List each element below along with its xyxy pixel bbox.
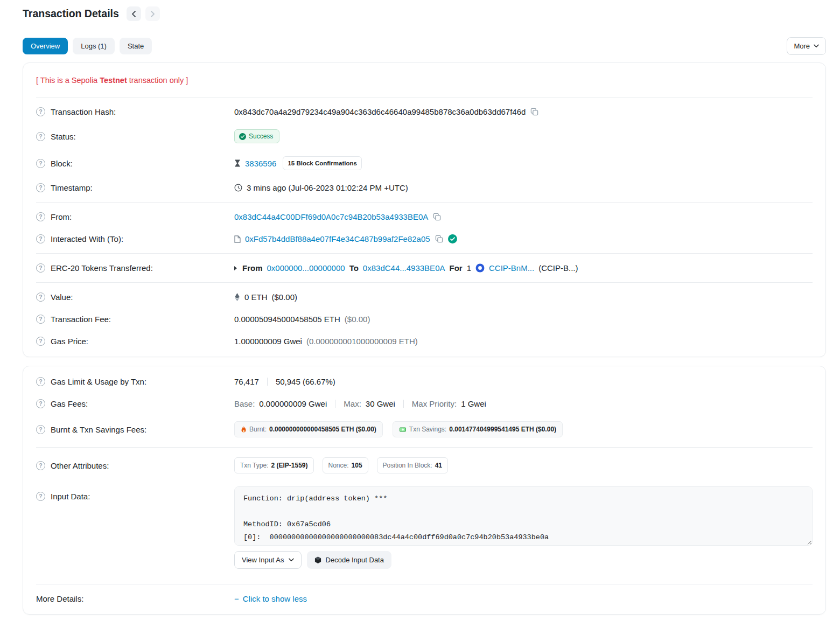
row-value: ? Value: 0 ETH ($0.00) — [36, 286, 813, 308]
other-attributes-label: ? Other Attributes: — [36, 461, 234, 470]
label-text: Other Attributes: — [51, 461, 109, 470]
row-transaction-fee: ? Transaction Fee: 0.000050945000458505 … — [36, 308, 813, 330]
cube-icon — [314, 556, 321, 564]
show-less-link[interactable]: − Click to show less — [234, 594, 307, 603]
page-header: Transaction Details — [23, 6, 826, 21]
input-data-textarea[interactable]: Function: drip(address token) *** Method… — [234, 486, 813, 546]
divider — [36, 97, 813, 97]
block-number-link[interactable]: 3836596 — [245, 159, 276, 168]
label-text: Gas Fees: — [51, 399, 88, 408]
row-status: ? Status: Success — [36, 123, 813, 150]
tabs-row: Overview Logs (1) State More — [23, 37, 826, 55]
caret-right-icon[interactable] — [234, 266, 237, 270]
txn-type-badge: Txn Type: 2 (EIP-1559) — [234, 457, 314, 473]
erc20-to-address-link[interactable]: 0x83dC44...4933BE0A — [363, 263, 445, 273]
row-block: ? Block: 3836596 15 Block Confirmations — [36, 150, 813, 177]
burnt-badge-label: Burnt: — [249, 426, 267, 433]
copy-icon[interactable] — [530, 107, 539, 116]
help-icon: ? — [36, 377, 45, 386]
row-timestamp: ? Timestamp: 3 mins ago (Jul-06-2023 01:… — [36, 177, 813, 199]
fee-eth: 0.000050945000458505 ETH — [234, 315, 340, 324]
label-text: Status: — [51, 132, 76, 141]
nonce-label: Nonce: — [328, 462, 349, 469]
help-icon: ? — [36, 132, 45, 141]
transaction-hash-label: ? Transaction Hash: — [36, 107, 234, 116]
hourglass-icon — [234, 159, 241, 167]
view-input-as-label: View Input As — [242, 556, 284, 564]
help-icon: ? — [36, 107, 45, 116]
next-transaction-button[interactable] — [145, 6, 160, 21]
previous-transaction-button[interactable] — [127, 6, 141, 21]
eth-logo-icon — [234, 293, 240, 301]
gas-price-label: ? Gas Price: — [36, 337, 234, 346]
view-input-as-button[interactable]: View Input As — [234, 551, 302, 569]
row-input-data: ? Input Data: Function: drip(address tok… — [36, 480, 813, 575]
erc20-token-symbol: (CCIP-B...) — [538, 263, 578, 273]
flame-icon — [241, 426, 247, 433]
txn-savings-badge-value: 0.001477404999541495 ETH ($0.00) — [449, 426, 556, 433]
max-priority-label: Max Priority: — [412, 399, 457, 408]
help-icon: ? — [36, 234, 45, 243]
max-priority-value: 1 Gwei — [461, 399, 486, 408]
row-interacted-with: ? Interacted With (To): 0xFd57b4ddBf88a4… — [36, 228, 813, 250]
label-text: Burnt & Txn Savings Fees: — [51, 425, 146, 434]
copy-glyph-icon — [530, 108, 538, 116]
transaction-details-page: Transaction Details Overview Logs (1) St… — [0, 0, 840, 634]
timestamp-label: ? Timestamp: — [36, 183, 234, 192]
banner-suffix: transaction only ] — [127, 76, 188, 85]
separator — [403, 400, 404, 408]
tab-overview[interactable]: Overview — [23, 38, 68, 55]
help-icon: ? — [36, 159, 45, 168]
divider — [36, 202, 813, 203]
help-icon: ? — [36, 292, 45, 302]
max-fee-value: 30 Gwei — [366, 399, 395, 408]
help-icon: ? — [36, 492, 45, 501]
block-label: ? Block: — [36, 159, 234, 168]
row-gas-limit: ? Gas Limit & Usage by Txn: 76,417 50,94… — [36, 371, 813, 393]
copy-icon[interactable] — [435, 234, 444, 243]
transaction-fee-label: ? Transaction Fee: — [36, 315, 234, 324]
money-icon — [399, 427, 407, 433]
erc20-from-address-link[interactable]: 0x000000...00000000 — [267, 263, 345, 273]
label-text: ERC-20 Tokens Transferred: — [51, 263, 153, 273]
erc20-transfer-item: From 0x000000...00000000 To 0x83dC44...4… — [234, 263, 813, 273]
chevron-left-icon — [131, 11, 136, 17]
burnt-savings-label: ? Burnt & Txn Savings Fees: — [36, 425, 234, 434]
tab-logs[interactable]: Logs (1) — [73, 38, 115, 55]
decode-input-data-button[interactable]: Decode Input Data — [307, 551, 391, 569]
gas-limit-value: 76,417 — [234, 377, 259, 386]
from-address-link[interactable]: 0x83dC44a4C00DFf69d0A0c7c94B20b53a4933BE… — [234, 212, 428, 221]
copy-glyph-icon — [433, 213, 441, 221]
status-text: Success — [249, 133, 273, 140]
row-gas-fees: ? Gas Fees: Base: 0.000000009 Gwei Max: … — [36, 393, 813, 415]
copy-glyph-icon — [435, 235, 443, 243]
to-address-link[interactable]: 0xFd57b4ddBf88a4e07fF4e34C487b99af2Fe82a… — [245, 234, 430, 243]
label-text: Transaction Hash: — [51, 107, 116, 116]
more-details-label: More Details: — [36, 594, 234, 603]
burnt-badge: Burnt: 0.000000000000458505 ETH ($0.00) — [234, 421, 383, 437]
gas-price-eth: (0.000000001000000009 ETH) — [306, 337, 418, 346]
token-logo-icon — [475, 263, 485, 273]
status-badge: Success — [234, 129, 279, 143]
gas-price-gwei: 1.000000009 Gwei — [234, 337, 302, 346]
row-more-details: More Details: − Click to show less — [36, 588, 813, 610]
row-from: ? From: 0x83dC44a4C00DFf69d0A0c7c94B20b5… — [36, 206, 813, 228]
label-text: Block: — [51, 159, 73, 168]
nonce-value: 105 — [352, 462, 362, 469]
copy-icon[interactable] — [432, 212, 442, 221]
testnet-banner: [ This is a Sepolia Testnet transaction … — [36, 67, 813, 94]
more-button[interactable]: More — [787, 37, 826, 55]
help-icon: ? — [36, 212, 45, 221]
erc20-for-word: For — [449, 263, 462, 273]
label-text: Transaction Fee: — [51, 315, 111, 324]
base-fee-value: 0.000000009 Gwei — [259, 399, 327, 408]
gas-used-value: 50,945 (66.67%) — [276, 377, 335, 386]
help-icon: ? — [36, 315, 45, 324]
label-text: Value: — [51, 292, 73, 302]
divider — [36, 584, 813, 584]
more-button-label: More — [794, 42, 810, 50]
fee-usd: ($0.00) — [345, 315, 370, 324]
row-burnt-savings: ? Burnt & Txn Savings Fees: Burnt: 0.000… — [36, 415, 813, 444]
tab-state[interactable]: State — [120, 38, 152, 55]
erc20-token-link[interactable]: CCIP-BnM... — [489, 263, 534, 273]
